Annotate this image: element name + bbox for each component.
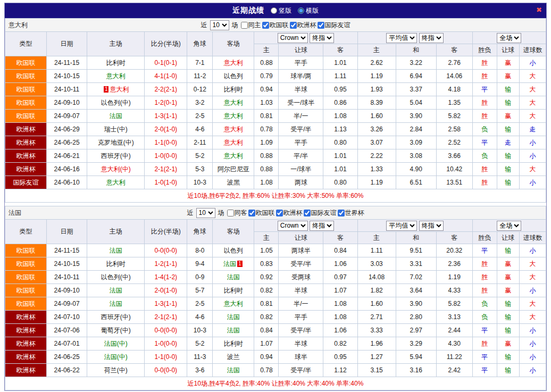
filter-checkbox[interactable] (290, 22, 297, 29)
near-count-select[interactable]: 10 (196, 208, 215, 218)
team-name: 以色列 (224, 72, 243, 80)
handicap-cell: 球半 (279, 351, 323, 364)
home-team-cell: 法国 (87, 284, 145, 297)
date-cell: 24-06-22 (47, 364, 87, 377)
filter-option[interactable]: 世界杯 (338, 208, 364, 218)
corner-cell: 0-12 (187, 83, 213, 96)
filter-checkbox[interactable] (248, 210, 255, 216)
avg-ref-select[interactable]: 终指 (419, 221, 444, 231)
match-row: 欧洲杯24-06-29瑞士(中)2-0(1-0)4-6意大利0.78受平/半1.… (5, 123, 546, 136)
table-body-0: 欧国联24-11-15比利时0-1(0-1)7-1意大利0.88平手1.012.… (5, 56, 546, 189)
summary-row: 近10场,胜4平4负2, 胜率:40% 让胜率:40% 大率:40% 单率:40… (5, 377, 546, 390)
handicap-cell: 平手 (279, 56, 323, 70)
home-team-cell: 法国 (87, 110, 145, 123)
filter-option[interactable]: 国际友谊 (304, 208, 337, 218)
away-team-cell: 以色列 (213, 70, 254, 83)
section-controls: 近 10 场 同客欧国联欧洲杯国际友谊世界杯 (88, 208, 463, 218)
horizontal-radio[interactable] (298, 7, 304, 14)
odds-away-cell: 1.08 (323, 311, 357, 324)
bookmaker-select[interactable]: Crown (278, 33, 308, 43)
odds-ref-select[interactable]: 终指 (310, 221, 334, 231)
avg-draw-cell: 7.02 (396, 271, 436, 284)
match-row: 欧国联24-09-10法国2-0(1-0)5-7比利时0.82半球1.071.8… (5, 284, 546, 297)
result-cell: 胜 (472, 96, 497, 110)
avg-ref-select[interactable]: 终指 (419, 33, 444, 43)
team-name: 意大利 (224, 300, 243, 307)
league-cell: 欧国联 (5, 271, 47, 284)
avg-select[interactable]: 平均值 (386, 221, 417, 231)
filter-checkbox[interactable] (276, 210, 283, 216)
filter-checkbox[interactable] (227, 210, 234, 216)
filter-option[interactable]: 同主 (241, 21, 261, 30)
col-handicap-result: 让球 (497, 44, 519, 56)
layout-vertical-option[interactable]: 竖版 (271, 6, 291, 15)
filter-checkbox[interactable] (262, 22, 269, 29)
filter-checkbox[interactable] (241, 22, 248, 29)
home-team-cell: 西班牙(中) (87, 149, 145, 163)
handicap-cell: 平手 (279, 136, 323, 149)
league-cell: 欧国联 (5, 56, 47, 70)
corner-cell: 11-3 (187, 351, 213, 364)
handicap-cell: 平手 (279, 311, 323, 324)
home-team-cell: 荷兰(中) (87, 364, 145, 377)
filter-label: 世界杯 (345, 208, 364, 218)
handicap-cell: 受一/球半 (279, 96, 323, 110)
odds-away-cell: 0.95 (323, 351, 357, 364)
corner-cell: 2-11 (187, 136, 213, 149)
odds-ref-select[interactable]: 终指 (310, 33, 334, 43)
home-team-cell: 意大利 (87, 70, 145, 83)
odds-home-cell: 0.88 (254, 56, 279, 70)
team-name: 法国(中) (104, 353, 128, 361)
match-row: 欧国联24-10-15意大利4-1(1-0)11-2以色列0.79球半/两1.1… (5, 70, 546, 83)
result-cell: 平 (472, 351, 497, 364)
filter-checkbox[interactable] (318, 22, 324, 29)
team-name: 比利时 (106, 260, 126, 268)
filter-checkbox[interactable] (338, 210, 345, 216)
match-row: 欧洲杯24-06-21西班牙(中)1-0(0-0)5-2意大利0.88平/半1.… (5, 149, 546, 163)
odds-away-cell: 1.07 (323, 284, 357, 297)
team-name: 比利时 (106, 59, 126, 66)
date-cell: 24-10-15 (47, 257, 87, 271)
goals-result-cell: 小 (519, 176, 546, 189)
col-away: 客场 (213, 32, 254, 56)
filter-option[interactable]: 欧国联 (248, 208, 275, 218)
filter-checkbox[interactable] (304, 210, 311, 216)
layout-horizontal-option[interactable]: 横版 (298, 6, 319, 15)
odds-away-cell: 0.97 (323, 271, 357, 284)
close-icon[interactable]: ✖ (536, 6, 542, 14)
horizontal-radio-label: 横版 (306, 6, 319, 15)
filter-option[interactable]: 国际友谊 (318, 21, 350, 30)
topbar: 近期战绩 竖版 横版 ✖ (5, 3, 546, 18)
filter-option[interactable]: 欧国联 (262, 21, 289, 30)
filter-option[interactable]: 欧洲杯 (276, 208, 303, 218)
away-team-cell: 意大利 (213, 56, 254, 70)
fulltime-select[interactable]: 全场 (497, 33, 521, 43)
result-cell: 平 (472, 83, 497, 96)
avg-select[interactable]: 平均值 (386, 33, 417, 43)
fulltime-group-header: 全场 (472, 220, 546, 232)
home-team-cell: 法国(中) (87, 351, 145, 364)
vertical-radio[interactable] (271, 7, 277, 14)
handicap-cell: 受平/半 (279, 324, 323, 337)
team-name: 西班牙(中) (101, 313, 131, 321)
match-row: 欧国联24-10-11以色列(中)1-4(1-2)0-9法国0.92受两球0.9… (5, 271, 546, 284)
filter-option[interactable]: 欧洲杯 (290, 21, 316, 30)
away-team-cell: 以色列 (213, 244, 254, 257)
away-team-cell: 意大利 (213, 123, 254, 136)
near-count-select[interactable]: 10 (210, 20, 229, 30)
team-name: 法国 (227, 327, 240, 334)
goals-result-cell: 大 (519, 70, 546, 83)
league-cell: 欧国联 (5, 257, 47, 271)
filter-option[interactable]: 同客 (227, 208, 247, 218)
team-name: 法国 (227, 273, 240, 281)
handicap-result-cell: 赢 (497, 110, 519, 123)
team-name: 比利时 (224, 287, 243, 294)
avg-away-cell: 5.82 (436, 110, 472, 123)
team-name: 意大利 (106, 179, 126, 186)
bookmaker-select[interactable]: Crown (278, 221, 308, 231)
odds-home-cell: 1.05 (254, 244, 279, 257)
fulltime-select[interactable]: 全场 (497, 221, 521, 231)
handicap-cell: 两球半 (279, 244, 323, 257)
avg-draw-cell: 3.09 (396, 136, 436, 149)
league-cell: 欧国联 (5, 110, 47, 123)
